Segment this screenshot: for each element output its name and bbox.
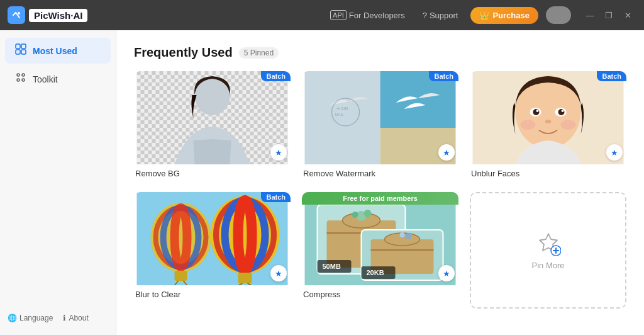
app-body: Most Used Toolkit 🌐 Language ℹ About (0, 30, 644, 335)
remove-bg-label: Remove BG (134, 164, 291, 181)
user-avatar[interactable] (546, 6, 571, 24)
blur-to-clear-label: Blur to Clear (134, 285, 291, 302)
blur-to-clear-batch-badge: Batch (261, 192, 291, 202)
sidebar-item-toolkit[interactable]: Toolkit (5, 66, 111, 92)
tool-card-blur-to-clear[interactable]: Batch ★ Blur to Clear (134, 192, 291, 309)
remove-watermark-star-button[interactable]: ★ (438, 144, 455, 161)
language-icon: 🌐 (8, 314, 17, 322)
svg-text:50MB: 50MB (323, 263, 341, 270)
about-icon: ℹ (63, 314, 66, 322)
pin-more-icon (536, 230, 561, 256)
remove-watermark-label: Remove Watermark (302, 164, 458, 181)
tools-grid: Batch ★ Remove BG (134, 71, 626, 309)
svg-point-9 (22, 79, 25, 81)
unblur-faces-batch-badge: Batch (597, 71, 626, 81)
compress-visual: 50MB 20KB Free for paid members ★ (302, 192, 458, 285)
unblur-faces-label: Unblur Faces (470, 164, 626, 181)
window-controls: — ❐ ✕ (581, 6, 636, 24)
remove-bg-visual: Batch ★ (134, 71, 291, 164)
sidebar-most-used-label: Most Used (33, 46, 77, 56)
logo-text: PicWish·AI (29, 9, 87, 22)
svg-point-31 (521, 120, 536, 130)
compress-free-badge: Free for paid members (302, 192, 458, 205)
logo-icon (8, 6, 25, 24)
svg-point-1 (18, 12, 20, 14)
close-button[interactable]: ✕ (619, 6, 636, 24)
tool-card-remove-bg[interactable]: Batch ★ Remove BG (134, 71, 291, 181)
app-logo: PicWish·AI (8, 6, 325, 24)
purchase-label: Purchase (492, 11, 530, 20)
pinned-badge: 5 Pinned (239, 47, 279, 59)
remove-watermark-visual: ✈ AIR MAIL Batch ★ (302, 71, 458, 164)
svg-point-27 (558, 109, 565, 115)
svg-rect-2 (16, 44, 20, 48)
for-developers-button[interactable]: API For Developers (325, 8, 410, 23)
language-label: Language (19, 314, 53, 322)
svg-point-32 (561, 120, 576, 130)
titlebar: PicWish·AI API For Developers ? Support … (0, 0, 644, 30)
svg-text:MAIL: MAIL (335, 113, 345, 116)
purchase-button[interactable]: 👑 Purchase (470, 7, 538, 24)
svg-point-28 (536, 110, 539, 112)
unblur-faces-visual: Batch ★ (470, 71, 626, 164)
unblur-faces-star-button[interactable]: ★ (606, 144, 623, 161)
svg-point-29 (562, 110, 564, 112)
svg-point-6 (17, 74, 19, 76)
blur-to-clear-star-button[interactable]: ★ (270, 265, 287, 281)
compress-label: Compress (302, 285, 458, 302)
api-icon: API (330, 10, 347, 20)
minimize-button[interactable]: — (581, 6, 599, 24)
svg-point-30 (545, 120, 552, 123)
svg-rect-0 (11, 9, 22, 21)
svg-rect-5 (21, 50, 26, 54)
support-icon: ? (423, 11, 427, 20)
restore-button[interactable]: ❐ (600, 6, 618, 24)
crown-icon: 👑 (479, 11, 489, 20)
pin-more-label: Pin More (531, 261, 564, 270)
section-header: Frequently Used 5 Pinned (134, 45, 626, 60)
svg-rect-3 (21, 44, 26, 48)
about-label: About (69, 314, 88, 322)
sidebar-toolkit-label: Toolkit (33, 74, 58, 84)
pin-more-card[interactable]: Pin More (470, 192, 626, 309)
svg-point-54 (364, 210, 372, 217)
language-button[interactable]: 🌐 Language (8, 314, 53, 322)
svg-rect-4 (16, 50, 20, 54)
svg-point-8 (17, 79, 19, 81)
svg-point-53 (352, 212, 358, 218)
support-label: Support (430, 11, 458, 20)
titlebar-actions: API For Developers ? Support 👑 Purchase (325, 6, 571, 24)
toolkit-icon (15, 72, 26, 86)
about-button[interactable]: ℹ About (63, 314, 88, 322)
tool-card-compress[interactable]: 50MB 20KB Free for paid members ★ Compre… (302, 192, 458, 309)
svg-rect-38 (175, 271, 187, 281)
remove-bg-batch-badge: Batch (261, 71, 291, 81)
blur-to-clear-visual: Batch ★ (134, 192, 291, 285)
support-button[interactable]: ? Support (418, 8, 464, 23)
svg-point-7 (22, 74, 25, 76)
svg-rect-16 (305, 71, 380, 164)
for-developers-label: For Developers (349, 11, 405, 20)
sidebar: Most Used Toolkit 🌐 Language ℹ About (0, 30, 116, 335)
compress-star-button[interactable]: ★ (438, 265, 455, 281)
tool-card-unblur-faces[interactable]: Batch ★ Unblur Faces (470, 71, 626, 181)
tool-card-pin-more[interactable]: Pin More (470, 192, 626, 309)
svg-point-59 (400, 232, 405, 237)
svg-point-26 (533, 109, 540, 115)
main-content: Frequently Used 5 Pinned (116, 30, 644, 335)
svg-point-58 (406, 233, 412, 239)
tool-card-remove-watermark[interactable]: ✈ AIR MAIL Batch ★ Remove Watermark (302, 71, 458, 181)
remove-bg-star-button[interactable]: ★ (270, 144, 287, 161)
remove-watermark-batch-badge: Batch (429, 71, 458, 81)
sidebar-bottom: 🌐 Language ℹ About (0, 307, 116, 329)
svg-text:✈ AIR: ✈ AIR (336, 106, 348, 111)
svg-text:20KB: 20KB (367, 269, 384, 276)
svg-rect-43 (238, 273, 252, 283)
most-used-icon (15, 43, 26, 58)
section-title: Frequently Used (134, 45, 233, 60)
sidebar-item-most-used[interactable]: Most Used (5, 38, 111, 64)
